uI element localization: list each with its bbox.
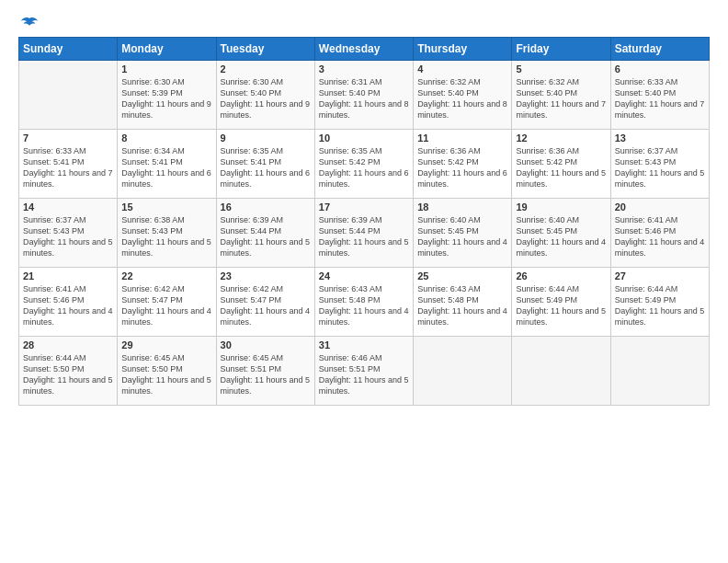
day-number: 21 <box>23 270 113 282</box>
day-number: 31 <box>319 339 409 350</box>
day-number: 8 <box>121 132 211 144</box>
day-number: 16 <box>221 201 311 213</box>
day-of-week-header: Monday <box>118 38 216 61</box>
day-info: Sunrise: 6:39 AMSunset: 5:44 PMDaylight:… <box>319 214 409 259</box>
day-of-week-header: Friday <box>512 38 610 61</box>
day-of-week-header: Thursday <box>414 38 512 61</box>
calendar-day-cell: 6Sunrise: 6:33 AMSunset: 5:40 PMDaylight… <box>610 61 709 130</box>
calendar-day-cell: 5Sunrise: 6:32 AMSunset: 5:40 PMDaylight… <box>512 61 610 130</box>
day-of-week-header: Saturday <box>610 38 709 61</box>
calendar-day-cell: 12Sunrise: 6:36 AMSunset: 5:42 PMDayligh… <box>512 130 610 199</box>
calendar-day-cell: 17Sunrise: 6:39 AMSunset: 5:44 PMDayligh… <box>314 199 413 268</box>
calendar-day-cell: 30Sunrise: 6:45 AMSunset: 5:51 PMDayligh… <box>216 337 314 406</box>
calendar-day-cell: 21Sunrise: 6:41 AMSunset: 5:46 PMDayligh… <box>19 268 118 337</box>
day-number: 10 <box>319 132 409 144</box>
calendar-day-cell: 20Sunrise: 6:41 AMSunset: 5:46 PMDayligh… <box>610 199 709 268</box>
day-number: 26 <box>516 270 606 282</box>
calendar-day-cell <box>19 61 118 130</box>
day-number: 18 <box>417 201 507 213</box>
day-number: 6 <box>615 63 705 75</box>
day-number: 11 <box>417 132 507 144</box>
day-number: 19 <box>516 201 606 213</box>
day-info: Sunrise: 6:42 AMSunset: 5:47 PMDaylight:… <box>221 283 311 328</box>
day-number: 23 <box>221 270 311 282</box>
calendar-day-cell: 10Sunrise: 6:35 AMSunset: 5:42 PMDayligh… <box>314 130 413 199</box>
day-number: 22 <box>121 270 211 282</box>
day-number: 4 <box>417 63 507 75</box>
logo <box>18 17 39 29</box>
day-info: Sunrise: 6:37 AMSunset: 5:43 PMDaylight:… <box>615 145 705 190</box>
calendar-day-cell: 23Sunrise: 6:42 AMSunset: 5:47 PMDayligh… <box>216 268 314 337</box>
day-number: 30 <box>221 339 311 350</box>
day-info: Sunrise: 6:45 AMSunset: 5:51 PMDaylight:… <box>221 352 311 397</box>
day-info: Sunrise: 6:35 AMSunset: 5:41 PMDaylight:… <box>221 145 311 190</box>
calendar-day-cell: 26Sunrise: 6:44 AMSunset: 5:49 PMDayligh… <box>512 268 610 337</box>
calendar-day-cell: 3Sunrise: 6:31 AMSunset: 5:40 PMDaylight… <box>314 61 413 130</box>
day-info: Sunrise: 6:31 AMSunset: 5:40 PMDaylight:… <box>319 76 409 121</box>
day-info: Sunrise: 6:33 AMSunset: 5:41 PMDaylight:… <box>23 145 113 190</box>
day-info: Sunrise: 6:32 AMSunset: 5:40 PMDaylight:… <box>516 76 606 121</box>
calendar-day-cell: 15Sunrise: 6:38 AMSunset: 5:43 PMDayligh… <box>118 199 216 268</box>
calendar-day-cell: 9Sunrise: 6:35 AMSunset: 5:41 PMDaylight… <box>216 130 314 199</box>
calendar-day-cell: 7Sunrise: 6:33 AMSunset: 5:41 PMDaylight… <box>19 130 118 199</box>
header <box>18 17 710 29</box>
calendar-day-cell: 27Sunrise: 6:44 AMSunset: 5:49 PMDayligh… <box>610 268 709 337</box>
day-info: Sunrise: 6:39 AMSunset: 5:44 PMDaylight:… <box>221 214 311 259</box>
day-number: 28 <box>23 339 113 350</box>
calendar-day-cell: 18Sunrise: 6:40 AMSunset: 5:45 PMDayligh… <box>414 199 512 268</box>
day-info: Sunrise: 6:42 AMSunset: 5:47 PMDaylight:… <box>121 283 211 328</box>
calendar-day-cell: 14Sunrise: 6:37 AMSunset: 5:43 PMDayligh… <box>19 199 118 268</box>
calendar-day-cell: 2Sunrise: 6:30 AMSunset: 5:40 PMDaylight… <box>216 61 314 130</box>
day-info: Sunrise: 6:30 AMSunset: 5:40 PMDaylight:… <box>221 76 311 121</box>
calendar-day-cell: 13Sunrise: 6:37 AMSunset: 5:43 PMDayligh… <box>610 130 709 199</box>
day-number: 5 <box>516 63 606 75</box>
calendar-week-row: 14Sunrise: 6:37 AMSunset: 5:43 PMDayligh… <box>19 199 710 268</box>
day-info: Sunrise: 6:43 AMSunset: 5:48 PMDaylight:… <box>417 283 507 328</box>
calendar-table: SundayMondayTuesdayWednesdayThursdayFrid… <box>18 37 710 406</box>
calendar-week-row: 1Sunrise: 6:30 AMSunset: 5:39 PMDaylight… <box>19 61 710 130</box>
day-info: Sunrise: 6:41 AMSunset: 5:46 PMDaylight:… <box>615 214 705 259</box>
calendar-day-cell: 28Sunrise: 6:44 AMSunset: 5:50 PMDayligh… <box>19 337 118 406</box>
calendar-day-cell: 1Sunrise: 6:30 AMSunset: 5:39 PMDaylight… <box>118 61 216 130</box>
day-info: Sunrise: 6:45 AMSunset: 5:50 PMDaylight:… <box>121 352 211 397</box>
day-number: 20 <box>615 201 705 213</box>
day-number: 15 <box>121 201 211 213</box>
calendar-day-cell: 4Sunrise: 6:32 AMSunset: 5:40 PMDaylight… <box>414 61 512 130</box>
calendar-week-row: 28Sunrise: 6:44 AMSunset: 5:50 PMDayligh… <box>19 337 710 406</box>
day-info: Sunrise: 6:33 AMSunset: 5:40 PMDaylight:… <box>615 76 705 121</box>
calendar-page: SundayMondayTuesdayWednesdayThursdayFrid… <box>0 0 728 563</box>
calendar-day-cell: 8Sunrise: 6:34 AMSunset: 5:41 PMDaylight… <box>118 130 216 199</box>
calendar-day-cell: 29Sunrise: 6:45 AMSunset: 5:50 PMDayligh… <box>118 337 216 406</box>
calendar-day-cell: 25Sunrise: 6:43 AMSunset: 5:48 PMDayligh… <box>414 268 512 337</box>
day-number: 25 <box>417 270 507 282</box>
day-number: 7 <box>23 132 113 144</box>
day-info: Sunrise: 6:40 AMSunset: 5:45 PMDaylight:… <box>516 214 606 259</box>
day-info: Sunrise: 6:38 AMSunset: 5:43 PMDaylight:… <box>121 214 211 259</box>
day-number: 24 <box>319 270 409 282</box>
calendar-day-cell: 19Sunrise: 6:40 AMSunset: 5:45 PMDayligh… <box>512 199 610 268</box>
day-info: Sunrise: 6:32 AMSunset: 5:40 PMDaylight:… <box>417 76 507 121</box>
day-number: 3 <box>319 63 409 75</box>
day-info: Sunrise: 6:34 AMSunset: 5:41 PMDaylight:… <box>121 145 211 190</box>
day-info: Sunrise: 6:40 AMSunset: 5:45 PMDaylight:… <box>417 214 507 259</box>
calendar-day-cell: 31Sunrise: 6:46 AMSunset: 5:51 PMDayligh… <box>314 337 413 406</box>
day-info: Sunrise: 6:37 AMSunset: 5:43 PMDaylight:… <box>23 214 113 259</box>
day-info: Sunrise: 6:44 AMSunset: 5:49 PMDaylight:… <box>615 283 705 328</box>
calendar-day-cell <box>610 337 709 406</box>
day-number: 29 <box>121 339 211 350</box>
calendar-day-cell <box>414 337 512 406</box>
logo-bird-icon <box>20 17 39 31</box>
day-info: Sunrise: 6:46 AMSunset: 5:51 PMDaylight:… <box>319 352 409 397</box>
day-number: 27 <box>615 270 705 282</box>
day-info: Sunrise: 6:35 AMSunset: 5:42 PMDaylight:… <box>319 145 409 190</box>
calendar-week-row: 21Sunrise: 6:41 AMSunset: 5:46 PMDayligh… <box>19 268 710 337</box>
day-info: Sunrise: 6:36 AMSunset: 5:42 PMDaylight:… <box>417 145 507 190</box>
calendar-day-cell: 11Sunrise: 6:36 AMSunset: 5:42 PMDayligh… <box>414 130 512 199</box>
day-info: Sunrise: 6:44 AMSunset: 5:50 PMDaylight:… <box>23 352 113 397</box>
day-number: 17 <box>319 201 409 213</box>
calendar-header-row: SundayMondayTuesdayWednesdayThursdayFrid… <box>19 38 710 61</box>
calendar-day-cell <box>512 337 610 406</box>
day-of-week-header: Wednesday <box>314 38 413 61</box>
day-info: Sunrise: 6:36 AMSunset: 5:42 PMDaylight:… <box>516 145 606 190</box>
day-number: 14 <box>23 201 113 213</box>
